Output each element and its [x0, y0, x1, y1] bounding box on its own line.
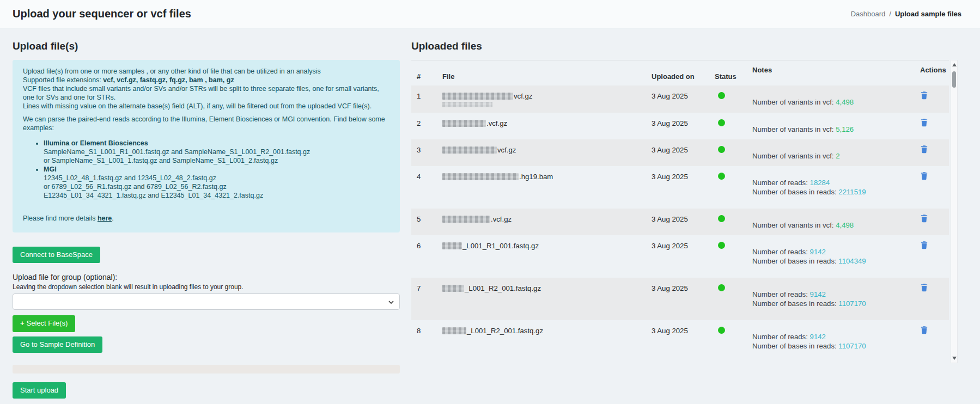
- trash-icon[interactable]: [920, 283, 928, 293]
- status-ok-dot: [718, 242, 725, 249]
- convention-example: 12345_L02_48_1.fastq.gz and 12345_L02_48…: [44, 174, 389, 182]
- file-suffix: vcf.gz: [514, 92, 532, 100]
- actions-cell: [916, 166, 949, 197]
- details-line: Please find more details here.: [23, 214, 389, 223]
- redacted-filename: [442, 173, 519, 180]
- uploaded-date: 3 Aug 2025: [652, 278, 715, 308]
- actions-cell: [916, 85, 949, 107]
- note-value: 2: [836, 152, 839, 160]
- row-number: 5: [417, 209, 442, 230]
- note-value: 4,498: [836, 221, 854, 229]
- uploaded-date: 3 Aug 2025: [652, 113, 715, 134]
- breadcrumb-dashboard-link[interactable]: Dashboard: [851, 10, 886, 18]
- page-title: Upload your sequencer or vcf files: [13, 8, 191, 20]
- status-cell: [715, 209, 752, 230]
- status-cell: [715, 278, 752, 308]
- trash-icon[interactable]: [920, 118, 928, 128]
- convention-title: MGI: [44, 166, 57, 173]
- row-number: 1: [417, 85, 442, 107]
- uploaded-date: 3 Aug 2025: [652, 320, 715, 351]
- main-content: Upload file(s) Upload file(s) from one o…: [0, 28, 980, 399]
- file-name: .vcf.gz: [442, 113, 652, 134]
- note-line: Number of bases in reads: 1107170: [752, 299, 916, 308]
- upload-heading: Upload file(s): [13, 40, 400, 52]
- row-number: 8: [417, 320, 442, 351]
- breadcrumb: Dashboard / Upload sample files: [851, 10, 961, 18]
- uploaded-files-heading: Uploaded files: [411, 40, 958, 52]
- group-select[interactable]: [13, 293, 400, 310]
- note-label: Number of variants in vcf:: [752, 221, 834, 229]
- note-value: 9142: [810, 333, 826, 341]
- convention-example: or SampleName_S1_L001_1.fastq.gz and Sam…: [44, 156, 389, 165]
- notes-cell: Number of variants in vcf: 5,126: [752, 113, 916, 134]
- row-number: 6: [417, 235, 442, 266]
- table-scrollbar[interactable]: [951, 60, 958, 363]
- column-header-notes: Notes: [752, 66, 916, 81]
- convention-example: or 6789_L02_56_R1.fastq.gz and 6789_L02_…: [44, 182, 389, 191]
- go-to-sample-definition-button[interactable]: Go to Sample Definition: [13, 336, 102, 353]
- file-name: .hg19.bam: [442, 166, 652, 197]
- select-files-button[interactable]: +Select File(s): [13, 315, 75, 332]
- trash-icon[interactable]: [920, 241, 928, 251]
- notes-cell: Number of variants in vcf: 4,498: [752, 209, 916, 230]
- upload-progress-bar: [13, 365, 400, 374]
- note-value: 5,126: [836, 125, 854, 133]
- file-suffix: _L001_R2_001.fastq.gz: [467, 327, 543, 335]
- note-label: Number of bases in reads:: [752, 257, 837, 265]
- trash-icon[interactable]: [920, 145, 928, 155]
- scroll-up-icon[interactable]: [952, 63, 957, 66]
- note-line: Number of reads: 9142: [752, 247, 916, 256]
- trash-icon[interactable]: [920, 214, 928, 224]
- note-line: Number of bases in reads: 1104349: [752, 256, 916, 266]
- info-line-4: Lines with missing value on the alternat…: [23, 102, 389, 111]
- info-line-1: Upload file(s) from one or more samples …: [23, 67, 389, 76]
- uploaded-files-table: # File Uploaded on Status Notes Actions …: [411, 60, 958, 363]
- trash-icon[interactable]: [920, 91, 928, 101]
- naming-convention-list: Illumina or Element Biosciences SampleNa…: [23, 139, 389, 200]
- status-ok-dot: [718, 119, 725, 126]
- list-item: MGI 12345_L02_48_1.fastq.gz and 12345_L0…: [44, 165, 389, 200]
- uploaded-date: 3 Aug 2025: [652, 139, 715, 161]
- note-label: Number of reads:: [752, 248, 808, 256]
- convention-example: E12345_L01_34_4321_1.fastq.gz and E12345…: [44, 191, 389, 200]
- notes-cell: Number of reads: 9142Number of bases in …: [752, 320, 916, 351]
- note-line: Number of variants in vcf: 5,126: [752, 125, 916, 134]
- note-label: Number of reads:: [752, 333, 808, 341]
- actions-cell: [916, 235, 949, 266]
- status-cell: [715, 166, 752, 197]
- note-label: Number of variants in vcf:: [752, 152, 834, 160]
- table-row: 2.vcf.gz3 Aug 2025Number of variants in …: [411, 113, 949, 139]
- note-line: Number of reads: 9142: [752, 332, 916, 341]
- note-label: Number of bases in reads:: [752, 299, 837, 308]
- scroll-down-icon[interactable]: [952, 357, 957, 360]
- trash-icon[interactable]: [920, 326, 928, 336]
- column-header-num: #: [417, 66, 442, 81]
- status-cell: [715, 113, 752, 134]
- list-item: Illumina or Element Biosciences SampleNa…: [44, 139, 389, 165]
- column-header-uploaded-on: Uploaded on: [652, 66, 715, 81]
- uploaded-files-panel: Uploaded files # File Uploaded on Status…: [411, 37, 958, 399]
- note-line: Number of variants in vcf: 4,498: [752, 97, 916, 107]
- table-row: 7_L001_R2_001.fastq.gz3 Aug 2025Number o…: [411, 278, 949, 320]
- details-here-link[interactable]: here: [98, 215, 112, 222]
- file-name: vcf.gz: [442, 85, 652, 107]
- uploaded-files-rows: 1vcf.gz3 Aug 2025Number of variants in v…: [411, 85, 949, 363]
- connect-basespace-button[interactable]: Connect to BaseSpace: [13, 247, 100, 263]
- file-suffix: .vcf.gz: [491, 215, 512, 223]
- group-hint: Leaving the dropdown selection blank wil…: [13, 283, 400, 291]
- note-line: Number of reads: 18284: [752, 178, 916, 187]
- note-line: Number of bases in reads: 1107170: [752, 341, 916, 351]
- note-value: 1104349: [838, 257, 866, 265]
- note-label: Number of variants in vcf:: [752, 98, 834, 106]
- group-label: Upload file for group (optional):: [13, 273, 400, 281]
- scrollbar-thumb[interactable]: [952, 71, 956, 88]
- trash-icon[interactable]: [920, 172, 928, 182]
- file-name: _L001_R2_001.fastq.gz: [442, 320, 652, 351]
- actions-cell: [916, 320, 949, 351]
- status-ok-dot: [718, 284, 725, 291]
- file-suffix: vcf.gz: [497, 146, 516, 154]
- table-row: 8_L001_R2_001.fastq.gz3 Aug 2025Number o…: [411, 320, 949, 363]
- row-number: 3: [417, 139, 442, 161]
- start-upload-button[interactable]: Start upload: [13, 382, 66, 399]
- note-value: 9142: [810, 248, 826, 256]
